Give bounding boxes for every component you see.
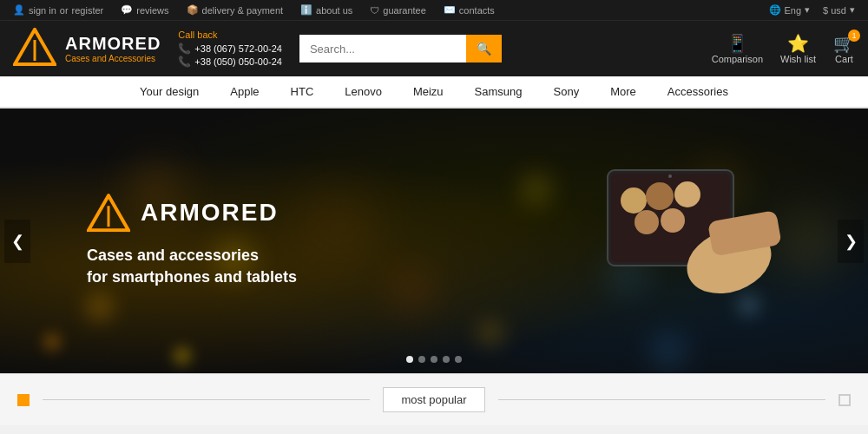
top-bar-right: 🌐 Eng ▾ $ usd ▾: [769, 4, 856, 16]
guarantee-label: guarantee: [383, 5, 426, 16]
callback-label: Call back: [178, 30, 282, 40]
section-accent: [17, 394, 30, 406]
reviews-icon: 💬: [121, 4, 133, 16]
bokeh-light-2: [304, 188, 373, 258]
phone-number-2: +38 (050) 050-00-24: [194, 56, 282, 67]
nav-samsung[interactable]: Samsung: [459, 76, 538, 108]
auth-links: 👤 sign in or register: [13, 4, 103, 16]
nav-htc[interactable]: HTC: [275, 76, 330, 108]
comparison-button[interactable]: 📱 Comparison: [712, 33, 763, 64]
contacts-link[interactable]: ✉️ contacts: [444, 4, 495, 16]
prev-arrow-icon: ❮: [11, 232, 24, 251]
carousel-dot-2[interactable]: [418, 356, 425, 363]
contacts-icon: ✉️: [444, 4, 456, 16]
nav-apple[interactable]: Apple: [214, 76, 274, 108]
about-label: about us: [316, 5, 352, 16]
section-label: most popular: [383, 387, 484, 412]
hero-phone-image: [556, 118, 799, 365]
guarantee-icon: 🛡: [370, 5, 379, 16]
lang-chevron-icon: ▾: [805, 4, 810, 16]
phone-svg: [556, 118, 799, 361]
contacts-label: contacts: [459, 5, 495, 16]
hero-headline: Cases and accessories for smartphones an…: [87, 245, 297, 288]
nav-sony[interactable]: Sony: [538, 76, 595, 108]
most-popular-section: most popular: [0, 373, 868, 425]
search-input[interactable]: [299, 35, 466, 62]
about-icon: ℹ️: [300, 4, 312, 16]
reviews-link[interactable]: 💬 reviews: [121, 4, 168, 16]
nav-lenovo[interactable]: Lenovo: [329, 76, 398, 108]
bokeh-light-3: [87, 294, 113, 320]
language-selector[interactable]: 🌐 Eng ▾: [769, 4, 811, 16]
carousel-dots: [406, 356, 462, 363]
logo-icon: [13, 28, 56, 69]
main-nav: Your design Apple HTC Lenovo Meizu Samsu…: [0, 76, 868, 108]
cart-badge: 1: [848, 30, 860, 42]
carousel-next-button[interactable]: ❯: [838, 220, 864, 263]
search-button[interactable]: 🔍: [466, 35, 502, 62]
phone1[interactable]: 📞 +38 (067) 572-00-24: [178, 43, 282, 55]
next-arrow-icon: ❯: [845, 232, 858, 251]
phone-icon-1: 📞: [178, 43, 191, 55]
hero-brand-name: ARMORED: [141, 199, 279, 227]
wishlist-icon: ⭐: [787, 33, 809, 54]
search-icon: 🔍: [477, 42, 491, 56]
globe-icon: 🌐: [769, 4, 781, 16]
top-bar: 👤 sign in or register 💬 reviews 📦 delive…: [0, 0, 868, 20]
cart-label: Cart: [835, 54, 853, 64]
header-actions: 📱 Comparison ⭐ Wish list 🛒 1 Cart: [712, 33, 855, 64]
currency-label: $ usd: [823, 5, 846, 16]
section-line-right: [498, 399, 825, 400]
lang-label: Eng: [785, 5, 802, 16]
signin-link[interactable]: sign in: [29, 5, 56, 16]
nav-accessories[interactable]: Accessories: [652, 76, 744, 108]
brand-tagline: Cases and Accessories: [65, 54, 161, 63]
hero-headline-1: Cases and accessories: [87, 245, 297, 266]
brand-name: ARMORED: [65, 34, 161, 54]
phone2[interactable]: 📞 +38 (050) 050-00-24: [178, 56, 282, 68]
carousel-dot-4[interactable]: [443, 356, 450, 363]
svg-point-8: [621, 187, 647, 214]
user-icon: 👤: [13, 4, 25, 16]
svg-point-9: [646, 182, 674, 210]
phone-number-1: +38 (067) 572-00-24: [194, 43, 282, 54]
hero-content: ARMORED Cases and accessories for smartp…: [87, 194, 297, 288]
header: ARMORED Cases and Accessories Call back …: [0, 20, 868, 76]
nav-your-design[interactable]: Your design: [124, 76, 214, 108]
bokeh-light-11: [477, 320, 503, 346]
delivery-link[interactable]: 📦 delivery & payment: [187, 4, 284, 16]
bokeh-light-4: [391, 267, 434, 311]
carousel-prev-button[interactable]: ❮: [4, 220, 30, 263]
delivery-label: delivery & payment: [202, 5, 284, 16]
delivery-icon: 📦: [187, 4, 199, 16]
svg-point-13: [668, 174, 672, 178]
currency-chevron-icon: ▾: [850, 4, 855, 16]
register-link[interactable]: register: [72, 5, 104, 16]
callback-section: Call back 📞 +38 (067) 572-00-24 📞 +38 (0…: [178, 30, 282, 69]
nav-meizu[interactable]: Meizu: [398, 76, 459, 108]
carousel-dot-3[interactable]: [431, 356, 437, 363]
about-link[interactable]: ℹ️ about us: [300, 4, 352, 16]
phone-icon-2: 📞: [178, 56, 191, 68]
hero-logo: ARMORED: [87, 194, 297, 232]
carousel-dot-5[interactable]: [455, 356, 462, 363]
bokeh-light-13: [174, 347, 191, 365]
carousel-dot-1[interactable]: [406, 356, 413, 363]
reviews-label: reviews: [136, 5, 168, 16]
wishlist-label: Wish list: [780, 54, 816, 64]
cart-button[interactable]: 🛒 1 Cart: [833, 33, 855, 64]
section-right-square: [838, 394, 851, 406]
svg-point-11: [635, 210, 659, 234]
hero-headline-2: for smartphones and tablets: [87, 266, 297, 288]
logo[interactable]: ARMORED Cases and Accessories: [13, 28, 161, 69]
or-text: or: [60, 5, 69, 16]
search-form: 🔍: [299, 35, 490, 62]
wishlist-button[interactable]: ⭐ Wish list: [780, 33, 816, 64]
currency-selector[interactable]: $ usd ▾: [823, 4, 855, 16]
svg-point-10: [674, 181, 700, 207]
comparison-icon: 📱: [727, 33, 748, 54]
svg-point-12: [661, 208, 685, 233]
guarantee-link[interactable]: 🛡 guarantee: [370, 5, 426, 16]
nav-more[interactable]: More: [595, 76, 652, 108]
section-line-left: [43, 399, 370, 400]
